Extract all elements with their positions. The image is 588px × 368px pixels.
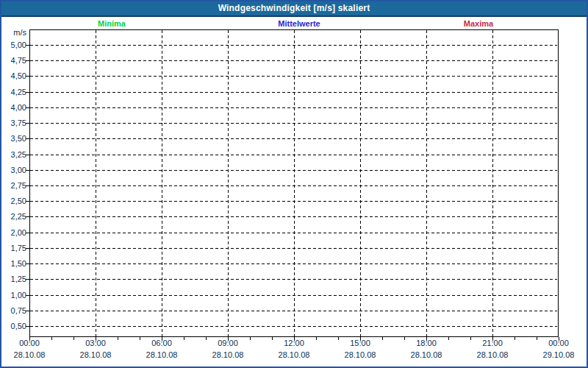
x-gridline — [228, 30, 229, 336]
x-gridline — [96, 30, 96, 336]
y-axis-tick-label: 0,50 — [1, 322, 26, 330]
x-axis-time-label: 00:00 — [6, 339, 53, 347]
y-axis-tick-label: 4,50 — [1, 71, 26, 80]
x-axis-date-label: 28.10.08 — [6, 350, 53, 359]
x-axis-date-label: 28.10.08 — [72, 350, 119, 359]
y-axis-tick-label: 1,25 — [1, 275, 26, 283]
x-axis-time-label: 00:00 — [535, 339, 582, 347]
y-axis-unit-label: m/s — [1, 28, 26, 37]
y-axis-tick-label: 2,50 — [1, 197, 26, 205]
y-axis-tick-label: 4,25 — [1, 88, 26, 96]
y-axis-tick-label: 3,25 — [1, 150, 26, 159]
x-gridline — [162, 30, 162, 336]
chart-window: Windgeschwindigkeit [m/s] skaliert Minim… — [0, 0, 588, 368]
x-axis-date-label: 28.10.08 — [403, 350, 450, 359]
x-axis-time-label: 15:00 — [337, 339, 384, 347]
x-axis-time-label: 12:00 — [270, 339, 318, 347]
y-axis-tick-label: 5,00 — [1, 40, 26, 49]
window-title: Windgeschwindigkeit [m/s] skaliert — [218, 3, 370, 13]
x-gridline — [360, 30, 361, 336]
y-axis-tick-label: 2,00 — [1, 228, 26, 237]
x-axis-time-label: 03:00 — [72, 339, 119, 347]
x-gridline — [294, 30, 295, 336]
x-axis-time-label: 21:00 — [469, 339, 516, 347]
y-axis-tick-label: 1,00 — [1, 291, 26, 300]
y-axis-tick-label: 0,75 — [1, 306, 26, 315]
x-axis-time-label: 18:00 — [403, 339, 450, 347]
plot-area — [29, 29, 559, 337]
x-axis-date-label: 28.10.08 — [138, 350, 185, 359]
legend-mittelwerte: Mittelwerte — [278, 19, 320, 28]
x-axis-date-label: 28.10.08 — [204, 350, 251, 359]
y-axis-tick-label: 2,75 — [1, 181, 26, 190]
y-axis-tick-label: 3,75 — [1, 118, 26, 127]
x-axis-time-label: 09:00 — [204, 339, 251, 347]
x-axis-date-label: 28.10.08 — [469, 350, 516, 359]
x-axis-date-label: 28.10.08 — [270, 350, 318, 359]
y-axis-tick-label: 1,75 — [1, 244, 26, 252]
legend-maxima: Maxima — [464, 19, 493, 28]
title-bar: Windgeschwindigkeit [m/s] skaliert — [1, 1, 587, 17]
x-axis-date-label: 29.10.08 — [535, 350, 582, 359]
y-axis-tick-label: 3,00 — [1, 166, 26, 174]
y-axis-tick-label: 1,50 — [1, 259, 26, 268]
x-gridline — [426, 30, 427, 336]
y-axis-tick-label: 2,25 — [1, 212, 26, 221]
legend-minima: Minima — [98, 19, 126, 28]
y-axis-tick-label: 4,75 — [1, 56, 26, 65]
x-axis-time-label: 06:00 — [138, 339, 185, 347]
x-gridline — [492, 30, 493, 336]
x-axis-date-label: 28.10.08 — [337, 350, 384, 359]
y-axis-tick-label: 4,00 — [1, 103, 26, 112]
y-axis-tick-label: 3,50 — [1, 134, 26, 143]
